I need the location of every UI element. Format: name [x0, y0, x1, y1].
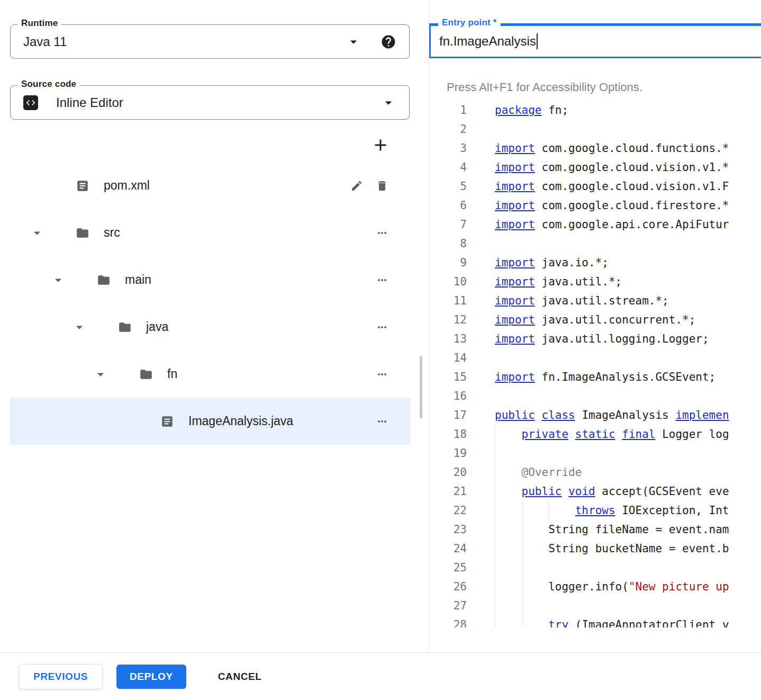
- code-text: @Override: [495, 463, 582, 482]
- code-line: 18 private static final Logger log: [429, 425, 761, 444]
- help-icon[interactable]: [380, 34, 396, 50]
- edit-icon[interactable]: [350, 180, 363, 192]
- deploy-button[interactable]: DEPLOY: [116, 665, 186, 689]
- code-editor[interactable]: Press Alt+F1 for Accessibility Options. …: [429, 0, 761, 652]
- more-options-icon[interactable]: [376, 274, 388, 286]
- source-code-select[interactable]: Source code Inline Editor: [10, 85, 410, 120]
- tree-item-pom-xml[interactable]: pom.xml: [10, 162, 411, 209]
- previous-button[interactable]: PREVIOUS: [19, 664, 103, 689]
- code-line: 7import com.google.api.core.ApiFutur: [429, 215, 761, 234]
- code-panel: Entry point * fn.ImageAnalysis Press Alt…: [429, 0, 761, 652]
- inline-editor-code-icon: [23, 95, 38, 110]
- tree-item-label: main: [125, 273, 151, 287]
- line-number: 22: [429, 501, 467, 520]
- code-line: 28 try (ImageAnnotatorClient v: [429, 615, 761, 627]
- code-text: import com.google.api.core.ApiFutur: [495, 215, 729, 234]
- dropdown-arrow-icon[interactable]: [380, 95, 396, 111]
- line-number: 13: [429, 329, 467, 348]
- accessibility-hint: Press Alt+F1 for Accessibility Options.: [447, 80, 642, 94]
- add-file-button[interactable]: [371, 136, 390, 155]
- more-options-icon[interactable]: [376, 415, 388, 428]
- code-text: import java.util.*;: [495, 272, 622, 291]
- runtime-select[interactable]: Runtime Java 11: [10, 24, 410, 59]
- tree-item-src[interactable]: src: [10, 209, 411, 256]
- more-options-icon[interactable]: [376, 227, 388, 239]
- row-actions: [376, 368, 411, 381]
- code-line: 23 String fileName = event.nam: [429, 520, 761, 539]
- line-number: 24: [429, 539, 467, 558]
- code-line: 9import java.io.*;: [429, 253, 761, 272]
- tree-item-label: fn: [167, 367, 177, 381]
- folder-icon: [76, 226, 89, 240]
- code-text: import java.util.logging.Logger;: [495, 329, 709, 348]
- code-line: 2: [429, 120, 761, 139]
- code-line: 14: [429, 348, 761, 367]
- code-text: try (ImageAnnotatorClient v: [495, 615, 729, 627]
- more-options-icon[interactable]: [376, 368, 388, 381]
- line-number: 21: [429, 482, 467, 501]
- tree-item-imageanalysis-java[interactable]: ImageAnalysis.java: [10, 398, 411, 445]
- code-text: String fileName = event.nam: [495, 520, 729, 539]
- line-number: 8: [429, 234, 467, 253]
- code-line: 20 @Override: [429, 463, 761, 482]
- line-number: 26: [429, 577, 467, 596]
- tree-item-java[interactable]: java: [10, 303, 411, 351]
- delete-icon[interactable]: [376, 180, 388, 192]
- row-actions: [350, 180, 411, 192]
- plus-icon: [371, 136, 390, 155]
- line-number: 5: [429, 177, 467, 196]
- expand-caret-icon[interactable]: [29, 225, 76, 241]
- line-number: 11: [429, 291, 467, 310]
- line-number: 14: [429, 348, 467, 367]
- deploy-function-page: Runtime Java 11 Source code Inline Edito…: [0, 0, 761, 700]
- line-number: 10: [429, 272, 467, 291]
- code-text: private static final Logger log: [495, 425, 729, 444]
- scrollbar-thumb[interactable]: [420, 356, 422, 418]
- file-tree: pom.xmlsrcmainjavafnImageAnalysis.java: [10, 162, 411, 445]
- folder-icon: [118, 320, 132, 334]
- code-line: 4import com.google.cloud.vision.v1.*: [429, 158, 761, 177]
- source-code-label: Source code: [17, 79, 80, 89]
- code-line: 15import fn.ImageAnalysis.GCSEvent;: [429, 367, 761, 387]
- line-number: 6: [429, 196, 467, 215]
- expand-caret-icon[interactable]: [50, 272, 97, 288]
- tree-item-fn[interactable]: fn: [10, 351, 411, 398]
- code-lines: 1package fn;23import com.google.cloud.fu…: [429, 101, 761, 627]
- line-number: 17: [429, 406, 467, 425]
- code-text: import java.util.stream.*;: [495, 291, 669, 310]
- code-text: import com.google.cloud.vision.v1.F: [495, 177, 729, 196]
- dropdown-arrow-icon[interactable]: [346, 34, 361, 50]
- tree-item-label: src: [104, 226, 120, 240]
- tree-item-main[interactable]: main: [10, 256, 411, 303]
- folder-icon: [139, 367, 153, 381]
- more-options-icon[interactable]: [376, 321, 388, 334]
- line-number: 7: [429, 215, 467, 234]
- row-actions: [376, 227, 411, 239]
- line-number: 1: [429, 101, 467, 120]
- action-bar: PREVIOUS DEPLOY CANCEL: [0, 652, 761, 700]
- code-line: 5import com.google.cloud.vision.v1.F: [429, 177, 761, 196]
- source-code-value: Inline Editor: [56, 95, 123, 110]
- code-line: 17public class ImageAnalysis implemen: [429, 406, 761, 425]
- expand-caret-icon[interactable]: [71, 319, 118, 335]
- code-text: public class ImageAnalysis implemen: [495, 406, 729, 425]
- line-number: 23: [429, 520, 467, 539]
- code-text: import com.google.cloud.vision.v1.*: [495, 158, 729, 177]
- cancel-button[interactable]: CANCEL: [209, 665, 271, 689]
- code-text: String bucketName = event.b: [495, 539, 729, 558]
- function-config-panel: Runtime Java 11 Source code Inline Edito…: [0, 0, 429, 652]
- runtime-label: Runtime: [17, 18, 61, 29]
- expand-caret-icon[interactable]: [93, 366, 139, 382]
- code-text: package fn;: [495, 101, 568, 120]
- file-icon: [160, 415, 174, 428]
- line-number: 4: [429, 158, 467, 177]
- line-number: 20: [429, 463, 467, 482]
- file-icon: [76, 179, 89, 193]
- line-number: 2: [429, 120, 467, 139]
- code-text: import java.io.*;: [495, 253, 609, 272]
- code-line: 21 public void accept(GCSEvent eve: [429, 482, 761, 501]
- code-line: 24 String bucketName = event.b: [429, 539, 761, 558]
- code-text: public void accept(GCSEvent eve: [495, 482, 729, 501]
- code-line: 13import java.util.logging.Logger;: [429, 329, 761, 348]
- folder-icon: [97, 273, 111, 287]
